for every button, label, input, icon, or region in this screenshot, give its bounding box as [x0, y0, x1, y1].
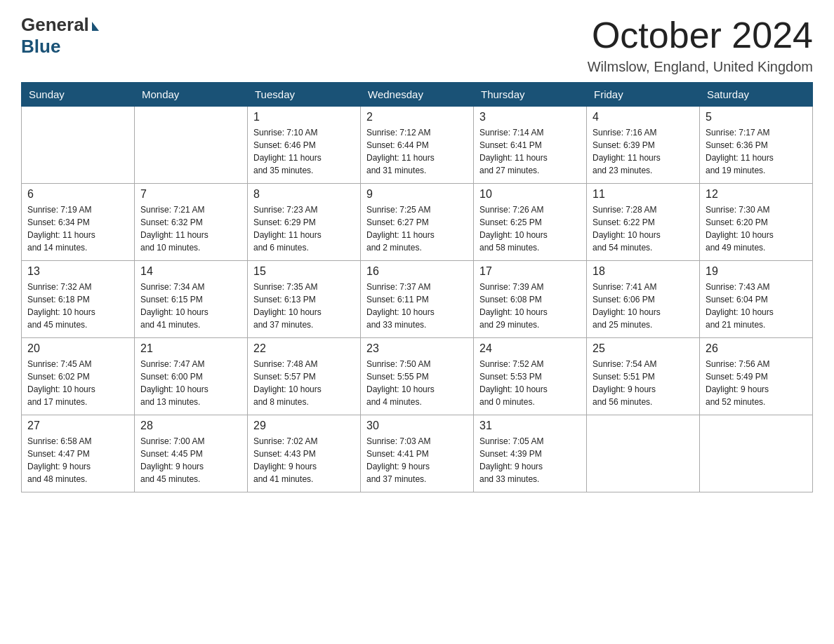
day-number: 21 — [140, 342, 241, 355]
day-info: Sunrise: 7:28 AM Sunset: 6:22 PM Dayligh… — [593, 203, 694, 254]
calendar-cell: 30Sunrise: 7:03 AM Sunset: 4:41 PM Dayli… — [361, 415, 474, 492]
calendar-cell: 8Sunrise: 7:23 AM Sunset: 6:29 PM Daylig… — [248, 184, 361, 261]
day-info: Sunrise: 6:58 AM Sunset: 4:47 PM Dayligh… — [27, 435, 128, 485]
day-of-week-header: Saturday — [700, 83, 813, 107]
day-of-week-header: Wednesday — [361, 83, 474, 107]
day-number: 13 — [27, 265, 128, 278]
day-number: 19 — [706, 265, 807, 278]
day-number: 8 — [253, 188, 355, 201]
day-number: 17 — [479, 265, 581, 278]
day-info: Sunrise: 7:25 AM Sunset: 6:27 PM Dayligh… — [366, 203, 468, 254]
page-header: General Blue October 2024 Wilmslow, Engl… — [21, 14, 813, 75]
calendar-cell: 31Sunrise: 7:05 AM Sunset: 4:39 PM Dayli… — [474, 415, 587, 492]
day-number: 30 — [366, 420, 468, 432]
calendar-week-row: 20Sunrise: 7:45 AM Sunset: 6:02 PM Dayli… — [22, 338, 813, 415]
calendar-cell: 10Sunrise: 7:26 AM Sunset: 6:25 PM Dayli… — [474, 184, 587, 261]
header-row: SundayMondayTuesdayWednesdayThursdayFrid… — [22, 83, 813, 107]
day-number: 22 — [253, 342, 355, 355]
day-info: Sunrise: 7:32 AM Sunset: 6:18 PM Dayligh… — [27, 281, 128, 331]
title-block: October 2024 Wilmslow, England, United K… — [588, 14, 813, 75]
day-number: 10 — [479, 188, 581, 201]
calendar-cell: 22Sunrise: 7:48 AM Sunset: 5:57 PM Dayli… — [248, 338, 361, 415]
day-info: Sunrise: 7:56 AM Sunset: 5:49 PM Dayligh… — [706, 358, 807, 408]
calendar-cell — [700, 415, 813, 492]
calendar-cell: 18Sunrise: 7:41 AM Sunset: 6:06 PM Dayli… — [587, 261, 700, 338]
day-info: Sunrise: 7:05 AM Sunset: 4:39 PM Dayligh… — [479, 435, 581, 485]
day-info: Sunrise: 7:00 AM Sunset: 4:45 PM Dayligh… — [140, 435, 241, 485]
calendar-cell: 6Sunrise: 7:19 AM Sunset: 6:34 PM Daylig… — [22, 184, 135, 261]
calendar-cell — [135, 107, 248, 184]
day-info: Sunrise: 7:10 AM Sunset: 6:46 PM Dayligh… — [253, 126, 355, 177]
day-info: Sunrise: 7:34 AM Sunset: 6:15 PM Dayligh… — [140, 281, 241, 331]
day-info: Sunrise: 7:54 AM Sunset: 5:51 PM Dayligh… — [593, 358, 694, 408]
calendar-cell — [587, 415, 700, 492]
calendar-cell: 29Sunrise: 7:02 AM Sunset: 4:43 PM Dayli… — [248, 415, 361, 492]
day-info: Sunrise: 7:47 AM Sunset: 6:00 PM Dayligh… — [140, 358, 241, 408]
calendar-cell: 9Sunrise: 7:25 AM Sunset: 6:27 PM Daylig… — [361, 184, 474, 261]
day-number: 23 — [366, 342, 468, 355]
day-info: Sunrise: 7:45 AM Sunset: 6:02 PM Dayligh… — [27, 358, 128, 408]
day-number: 18 — [593, 265, 694, 278]
day-number: 16 — [366, 265, 468, 278]
calendar-cell: 16Sunrise: 7:37 AM Sunset: 6:11 PM Dayli… — [361, 261, 474, 338]
calendar-cell: 17Sunrise: 7:39 AM Sunset: 6:08 PM Dayli… — [474, 261, 587, 338]
calendar-week-row: 6Sunrise: 7:19 AM Sunset: 6:34 PM Daylig… — [22, 184, 813, 261]
day-info: Sunrise: 7:19 AM Sunset: 6:34 PM Dayligh… — [27, 203, 128, 254]
day-of-week-header: Tuesday — [248, 83, 361, 107]
calendar-week-row: 1Sunrise: 7:10 AM Sunset: 6:46 PM Daylig… — [22, 107, 813, 184]
day-info: Sunrise: 7:50 AM Sunset: 5:55 PM Dayligh… — [366, 358, 468, 408]
day-number: 26 — [706, 342, 807, 355]
day-info: Sunrise: 7:21 AM Sunset: 6:32 PM Dayligh… — [140, 203, 241, 254]
day-number: 15 — [253, 265, 355, 278]
logo-general-text: General — [21, 14, 89, 36]
day-of-week-header: Friday — [587, 83, 700, 107]
day-info: Sunrise: 7:03 AM Sunset: 4:41 PM Dayligh… — [366, 435, 468, 485]
calendar-cell — [22, 107, 135, 184]
day-number: 12 — [706, 188, 807, 201]
calendar-table: SundayMondayTuesdayWednesdayThursdayFrid… — [21, 82, 813, 492]
calendar-cell: 26Sunrise: 7:56 AM Sunset: 5:49 PM Dayli… — [700, 338, 813, 415]
calendar-week-row: 27Sunrise: 6:58 AM Sunset: 4:47 PM Dayli… — [22, 415, 813, 492]
calendar-cell: 23Sunrise: 7:50 AM Sunset: 5:55 PM Dayli… — [361, 338, 474, 415]
calendar-cell: 12Sunrise: 7:30 AM Sunset: 6:20 PM Dayli… — [700, 184, 813, 261]
calendar-cell: 13Sunrise: 7:32 AM Sunset: 6:18 PM Dayli… — [22, 261, 135, 338]
day-info: Sunrise: 7:37 AM Sunset: 6:11 PM Dayligh… — [366, 281, 468, 331]
day-info: Sunrise: 7:17 AM Sunset: 6:36 PM Dayligh… — [706, 126, 807, 177]
day-number: 9 — [366, 188, 468, 201]
calendar-cell: 27Sunrise: 6:58 AM Sunset: 4:47 PM Dayli… — [22, 415, 135, 492]
day-info: Sunrise: 7:16 AM Sunset: 6:39 PM Dayligh… — [593, 126, 694, 177]
day-number: 29 — [253, 420, 355, 432]
day-info: Sunrise: 7:48 AM Sunset: 5:57 PM Dayligh… — [253, 358, 355, 408]
day-number: 3 — [479, 111, 581, 123]
day-number: 6 — [27, 188, 128, 201]
day-info: Sunrise: 7:12 AM Sunset: 6:44 PM Dayligh… — [366, 126, 468, 177]
calendar-cell: 21Sunrise: 7:47 AM Sunset: 6:00 PM Dayli… — [135, 338, 248, 415]
day-of-week-header: Monday — [135, 83, 248, 107]
calendar-cell: 5Sunrise: 7:17 AM Sunset: 6:36 PM Daylig… — [700, 107, 813, 184]
calendar-cell: 3Sunrise: 7:14 AM Sunset: 6:41 PM Daylig… — [474, 107, 587, 184]
logo-blue-text: Blue — [21, 36, 60, 58]
day-number: 25 — [593, 342, 694, 355]
day-info: Sunrise: 7:52 AM Sunset: 5:53 PM Dayligh… — [479, 358, 581, 408]
day-info: Sunrise: 7:41 AM Sunset: 6:06 PM Dayligh… — [593, 281, 694, 331]
calendar-cell: 11Sunrise: 7:28 AM Sunset: 6:22 PM Dayli… — [587, 184, 700, 261]
day-info: Sunrise: 7:26 AM Sunset: 6:25 PM Dayligh… — [479, 203, 581, 254]
calendar-cell: 28Sunrise: 7:00 AM Sunset: 4:45 PM Dayli… — [135, 415, 248, 492]
location: Wilmslow, England, United Kingdom — [588, 59, 813, 75]
day-info: Sunrise: 7:14 AM Sunset: 6:41 PM Dayligh… — [479, 126, 581, 177]
day-number: 7 — [140, 188, 241, 201]
calendar-cell: 4Sunrise: 7:16 AM Sunset: 6:39 PM Daylig… — [587, 107, 700, 184]
logo-arrow-icon — [92, 22, 99, 31]
day-number: 5 — [706, 111, 807, 123]
day-number: 14 — [140, 265, 241, 278]
day-number: 2 — [366, 111, 468, 123]
day-number: 27 — [27, 420, 128, 432]
day-info: Sunrise: 7:35 AM Sunset: 6:13 PM Dayligh… — [253, 281, 355, 331]
calendar-cell: 20Sunrise: 7:45 AM Sunset: 6:02 PM Dayli… — [22, 338, 135, 415]
calendar-cell: 7Sunrise: 7:21 AM Sunset: 6:32 PM Daylig… — [135, 184, 248, 261]
calendar-week-row: 13Sunrise: 7:32 AM Sunset: 6:18 PM Dayli… — [22, 261, 813, 338]
calendar-cell: 19Sunrise: 7:43 AM Sunset: 6:04 PM Dayli… — [700, 261, 813, 338]
day-of-week-header: Thursday — [474, 83, 587, 107]
calendar-cell: 2Sunrise: 7:12 AM Sunset: 6:44 PM Daylig… — [361, 107, 474, 184]
calendar-cell: 1Sunrise: 7:10 AM Sunset: 6:46 PM Daylig… — [248, 107, 361, 184]
